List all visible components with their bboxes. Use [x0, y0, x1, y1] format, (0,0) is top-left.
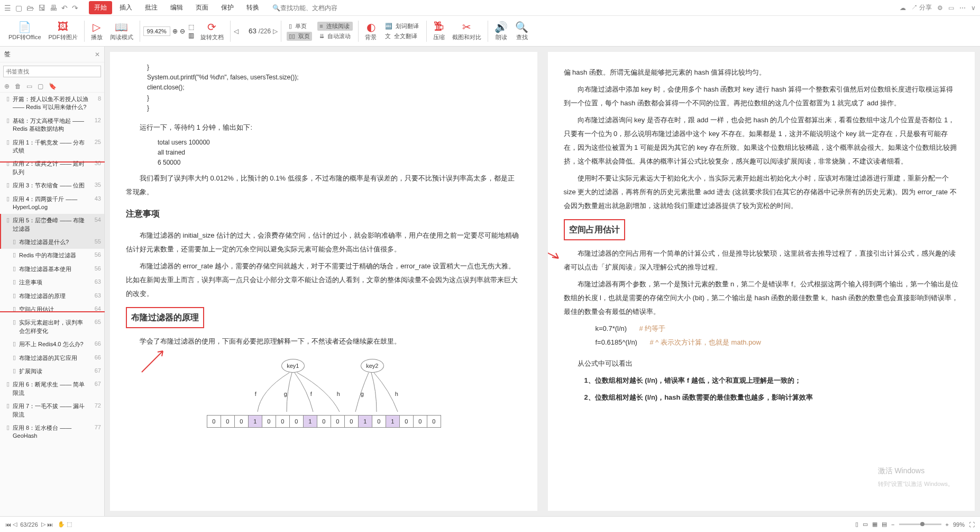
background-button[interactable]: ◐背景: [362, 21, 380, 41]
windows-watermark: 激活 Windows 转到"设置"以激活 Windows。: [878, 463, 954, 490]
bookmark-item[interactable]: ▯基础：万丈高楼平地起 —— Redis 基础数据结构12: [0, 114, 104, 136]
sb-page[interactable]: 63: [20, 521, 26, 528]
sb-zoom-out-icon[interactable]: −: [891, 521, 894, 528]
code-block: }System.out.printf("%d %d\n", falses, us…: [126, 62, 521, 113]
bookmark-item[interactable]: ▯应用 7：一毛不拔 —— 漏斗限流72: [0, 400, 104, 421]
menu-tab-0[interactable]: 开始: [89, 1, 112, 14]
save-icon[interactable]: 🖫: [38, 4, 45, 12]
bookmark-item[interactable]: ▯布隆过滤器的其它应用66: [0, 351, 104, 365]
play-button[interactable]: ▷播放: [88, 21, 106, 41]
next-page-icon[interactable]: ▷: [273, 28, 278, 35]
rotate-button[interactable]: ⟳旋转文档: [197, 21, 227, 41]
bookmark-item[interactable]: ▯用不上 Redis4.0 怎么办?66: [0, 338, 104, 351]
menu-tab-5[interactable]: 保护: [216, 1, 239, 14]
expand-icon[interactable]: ▭: [26, 83, 32, 90]
annotation-box-sidebar: [0, 161, 120, 312]
bookmark-item[interactable]: ▯应用 8：近水楼台 —— GeoHash77: [0, 421, 104, 443]
read-aloud-button[interactable]: 🔊朗读: [491, 21, 511, 41]
fit-buttons: ⬚ ▥: [186, 23, 196, 39]
heading-principle: 布隆过滤器的原理: [126, 307, 521, 328]
sb-zoom-label[interactable]: 99%: [953, 521, 965, 528]
sb-view3-icon[interactable]: ▦: [872, 521, 877, 528]
pdf-to-office-button[interactable]: 📄PDF转Office: [5, 21, 44, 41]
screenshot-button[interactable]: ✂截图和对比: [449, 21, 484, 41]
bookmark-item[interactable]: ▯应用 6：断尾求生 —— 简单限流67: [0, 378, 104, 400]
sb-view4-icon[interactable]: ▤: [882, 521, 887, 528]
find-button[interactable]: 🔍查找: [512, 21, 532, 41]
compress-button[interactable]: 🗜压缩: [430, 21, 448, 41]
sb-hand-icon[interactable]: ✋: [58, 521, 65, 528]
add-bookmark-icon[interactable]: ⊕: [4, 83, 10, 90]
menu-tab-6[interactable]: 转换: [241, 1, 264, 14]
menu-tab-3[interactable]: 编辑: [165, 1, 188, 14]
zoom-slider[interactable]: [899, 524, 941, 525]
zoom-in-icon[interactable]: ⊕: [172, 28, 178, 35]
share-button[interactable]: ↗ 分享: [911, 3, 932, 12]
red-arrow-right: [548, 232, 564, 264]
new-icon[interactable]: ▢: [15, 4, 22, 12]
page-input[interactable]: [241, 27, 257, 35]
continuous-read-button[interactable]: ≡ 连续阅读: [317, 22, 353, 31]
bookmark-ribbon-icon[interactable]: 🔖: [49, 83, 57, 90]
feature-search-input[interactable]: [280, 4, 344, 12]
prev-page-icon[interactable]: ◁: [234, 28, 239, 35]
sb-prev-icon[interactable]: ◁: [13, 521, 17, 528]
text-run-line: 运行一下，等待约 1 分钟，输出如下:: [126, 121, 521, 134]
sb-select-icon[interactable]: ⬚: [67, 521, 72, 528]
text-rpara2: 向布隆过滤器中添加 key 时，会使用多个 hash 函数对 key 进行 ha…: [564, 83, 959, 110]
bloom-filter-diagram: key1 key2 f g f h g h 00010001000101000: [207, 359, 440, 428]
menu-icon[interactable]: ☰: [4, 4, 11, 12]
sb-last-icon[interactable]: ⏭: [47, 521, 53, 528]
sb-expand-icon[interactable]: ⛶: [969, 521, 975, 528]
print-icon[interactable]: 🖶: [50, 4, 57, 12]
text-rpara3: 向布隆过滤器询问 key 是否存在时，跟 add 一样，也会把 hash 的几个…: [564, 113, 959, 168]
redo-icon[interactable]: ↷: [72, 4, 78, 12]
auto-scroll-button[interactable]: ⇊ 自动滚动: [317, 32, 353, 41]
close-sidebar-icon[interactable]: ✕: [95, 51, 100, 58]
text-rpara6: 布隆过滤器有两个参数，第一个是预计元素的数量 n，第二个是错误率 f。公式根据这…: [564, 277, 959, 319]
gear-icon[interactable]: ⚙: [937, 4, 943, 12]
fit-page-icon[interactable]: ▥: [188, 32, 194, 39]
menu-tab-4[interactable]: 页面: [190, 1, 214, 14]
sb-zoom-in-icon[interactable]: +: [946, 521, 949, 528]
cloud-icon[interactable]: ☁: [900, 4, 906, 12]
red-arrow-left: [136, 346, 168, 377]
single-page-button[interactable]: ▯ 单页: [287, 22, 312, 31]
read-mode-button[interactable]: 📖阅读模式: [107, 21, 136, 41]
window-icon[interactable]: ▭: [948, 4, 954, 12]
open-icon[interactable]: 🗁: [26, 4, 34, 12]
page-navigator: ◁ /226 ▷: [234, 27, 278, 35]
page-left: }System.out.printf("%d %d\n", falses, us…: [110, 52, 537, 511]
collapse-icon[interactable]: ▢: [38, 83, 43, 90]
bookmark-item[interactable]: ▯实际元素超出时，误判率会怎样变化65: [0, 316, 104, 338]
search-icon: 🔍: [272, 4, 280, 12]
translate-buttons: 🔤 划词翻译 文 全文翻译: [381, 22, 423, 41]
feature-search[interactable]: 🔍: [272, 4, 344, 12]
sb-view1-icon[interactable]: ▯: [855, 521, 858, 528]
heading-space: 空间占用估计: [564, 219, 959, 240]
bookmark-item[interactable]: ▯开篇：授人以鱼不若授人以渔 —— Redis 可以用来做什么?8: [0, 93, 104, 114]
zoom-out-icon[interactable]: ⊖: [180, 28, 185, 35]
delete-bookmark-icon[interactable]: 🗑: [15, 83, 21, 90]
undo-icon[interactable]: ↶: [61, 4, 68, 12]
sb-first-icon[interactable]: ⏮: [5, 521, 11, 528]
chevron-icon[interactable]: ∨: [971, 4, 976, 12]
double-page-button[interactable]: ▯▯ 双页: [287, 32, 312, 41]
bookmark-item[interactable]: ▯应用 1：千帆竞发 —— 分布式锁25: [0, 136, 104, 158]
pdf-to-image-button[interactable]: 🖼PDF转图片: [45, 21, 81, 41]
bookmark-item[interactable]: ▯扩展阅读67: [0, 365, 104, 378]
list-item-2: 2、位数组相对越长 (l/n)，hash 函数需要的最佳数量也越多，影响计算效率: [564, 391, 959, 404]
output-block: total users 100000all trained6 50000: [126, 138, 521, 168]
more-icon[interactable]: ⋯: [959, 4, 966, 12]
text-rpara5: 布隆过滤器的空间占用有一个简单的计算公式，但是推导比较繁琐，这里就省去推导过程了…: [564, 247, 959, 274]
toolbar: 📄PDF转Office 🖼PDF转图片 ▷播放 📖阅读模式 99.42% ⊕ ⊖…: [0, 16, 980, 47]
menu-tab-1[interactable]: 插入: [114, 1, 138, 14]
sb-view2-icon[interactable]: ▭: [863, 521, 868, 528]
fit-width-icon[interactable]: ⬚: [188, 23, 194, 31]
menu-tab-2[interactable]: 批注: [140, 1, 163, 14]
bookmark-search-input[interactable]: [3, 66, 101, 77]
word-translate-button[interactable]: 🔤 划词翻译: [383, 22, 421, 31]
sb-next-icon[interactable]: ▷: [41, 521, 45, 528]
zoom-value[interactable]: 99.42%: [143, 26, 170, 36]
full-translate-button[interactable]: 文 全文翻译: [383, 32, 421, 41]
